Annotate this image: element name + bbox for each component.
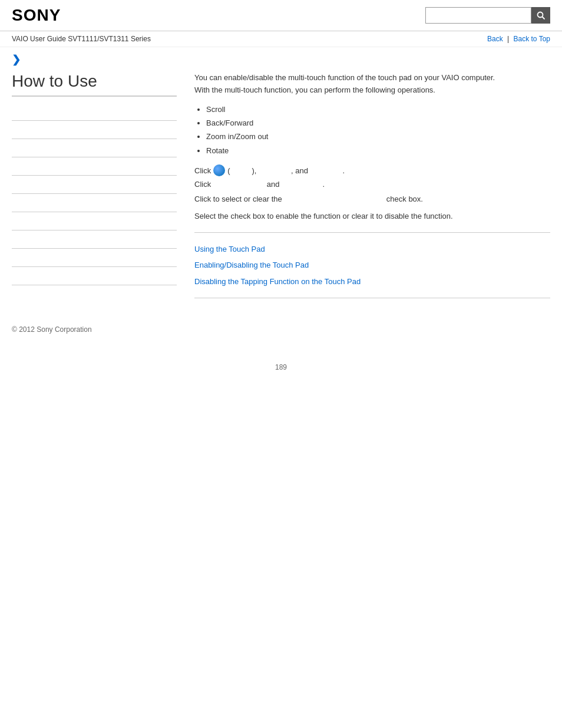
sidebar-item — [12, 230, 177, 249]
nav-bar: VAIO User Guide SVT1111/SVT1311 Series B… — [0, 31, 562, 47]
content-divider — [194, 232, 550, 233]
click-line-1: Click ( ), , and . — [194, 164, 550, 176]
page-number: 189 — [0, 363, 562, 383]
select-line-2: Select the check box to enable the funct… — [194, 210, 550, 223]
bullet-item-backforward: Back/Forward — [206, 116, 550, 130]
sidebar-item — [12, 176, 177, 194]
click-period1: . — [342, 166, 345, 175]
bullet-item-scroll: Scroll — [206, 103, 550, 116]
sidebar-item — [12, 267, 177, 285]
click-paren-open: ( — [227, 166, 230, 175]
main-content: How to Use You can enable/disable the mu… — [0, 66, 562, 314]
footer: © 2012 Sony Corporation — [0, 314, 562, 340]
back-to-top-link[interactable]: Back to Top — [514, 35, 550, 43]
related-links-divider — [194, 298, 550, 298]
copyright: © 2012 Sony Corporation — [12, 325, 92, 334]
click-spacer4 — [282, 180, 320, 189]
sidebar-item — [12, 212, 177, 230]
sidebar-item — [12, 121, 177, 139]
select-line-1: Click to select or clear the check box. — [194, 193, 550, 206]
click-spacer3 — [213, 180, 265, 189]
bullet-item-zoom: Zoom in/Zoom out — [206, 130, 550, 143]
back-link[interactable]: Back — [487, 35, 503, 43]
search-box — [425, 7, 550, 24]
click-and: , and — [291, 166, 308, 175]
link-disabling-tapping[interactable]: Disabling the Tapping Function on the To… — [194, 275, 550, 288]
nav-links: Back | Back to Top — [487, 35, 550, 43]
link-enabling-touch-pad[interactable]: Enabling/Disabling the Touch Pad — [194, 258, 550, 272]
nav-separator: | — [507, 35, 509, 43]
sidebar-item — [12, 103, 177, 121]
click-text-1: Click — [194, 166, 211, 175]
search-icon — [536, 11, 546, 20]
related-links: Using the Touch Pad Enabling/Disabling t… — [194, 242, 550, 288]
guide-title: VAIO User Guide SVT1111/SVT1311 Series — [12, 35, 151, 43]
intro-line1: You can enable/disable the multi-touch f… — [194, 73, 495, 82]
content-intro: You can enable/disable the multi-touch f… — [194, 72, 550, 97]
sidebar-title: How to Use — [12, 72, 177, 97]
link-using-touch-pad[interactable]: Using the Touch Pad — [194, 242, 550, 256]
sidebar-item — [12, 249, 177, 267]
sidebar-item — [12, 139, 177, 157]
header: SONY — [0, 0, 562, 31]
svg-line-1 — [543, 17, 545, 19]
bullet-list: Scroll Back/Forward Zoom in/Zoom out Rot… — [206, 103, 550, 158]
sony-logo: SONY — [12, 6, 61, 25]
globe-icon — [213, 164, 225, 176]
click-spacer1 — [259, 166, 289, 175]
sidebar: How to Use — [12, 72, 189, 308]
sidebar-item — [12, 157, 177, 176]
breadcrumb: ❯ — [0, 47, 562, 66]
click-paren-close: ), — [252, 166, 256, 175]
breadcrumb-arrow-icon: ❯ — [12, 54, 21, 65]
sidebar-item — [12, 194, 177, 212]
content-area: You can enable/disable the multi-touch f… — [189, 72, 550, 308]
click-paren-content — [233, 166, 250, 175]
click-and2: and — [267, 180, 280, 189]
click-spacer2 — [310, 166, 340, 175]
search-input[interactable] — [425, 7, 531, 24]
intro-line2: With the multi-touch function, you can p… — [194, 85, 435, 94]
click-line-2: Click and . — [194, 180, 550, 189]
click-period2: . — [323, 180, 325, 189]
click-text-2: Click — [194, 180, 211, 189]
search-button[interactable] — [531, 7, 550, 24]
bullet-item-rotate: Rotate — [206, 144, 550, 157]
